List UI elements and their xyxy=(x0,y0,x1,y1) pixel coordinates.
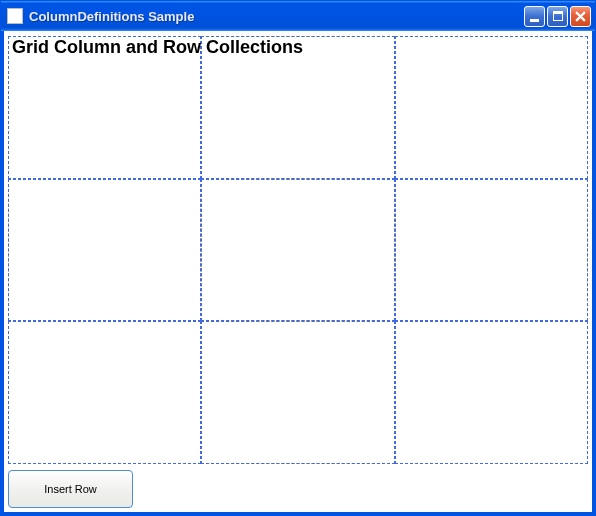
app-window: ColumnDefinitions Sample Grid Column and… xyxy=(0,0,596,516)
close-button[interactable] xyxy=(570,6,591,27)
page-heading: Grid Column and Row Collections xyxy=(10,35,305,58)
grid-cell xyxy=(201,179,394,322)
client-area: Grid Column and Row Collections Insert R… xyxy=(1,31,595,515)
window-title: ColumnDefinitions Sample xyxy=(29,9,524,24)
grid-cell xyxy=(395,321,588,464)
close-icon xyxy=(575,11,586,22)
titlebar[interactable]: ColumnDefinitions Sample xyxy=(1,1,595,31)
window-controls xyxy=(524,6,591,27)
grid-cell xyxy=(395,36,588,179)
minimize-icon xyxy=(530,19,539,22)
minimize-button[interactable] xyxy=(524,6,545,27)
grid-cell xyxy=(201,321,394,464)
app-icon xyxy=(7,8,23,24)
grid-cell xyxy=(8,321,201,464)
grid-cell xyxy=(395,179,588,322)
maximize-icon xyxy=(553,11,563,21)
grid-cell xyxy=(8,179,201,322)
button-row: Insert Row xyxy=(8,464,588,508)
insert-row-button[interactable]: Insert Row xyxy=(8,470,133,508)
maximize-button[interactable] xyxy=(547,6,568,27)
grid-panel xyxy=(8,36,588,464)
